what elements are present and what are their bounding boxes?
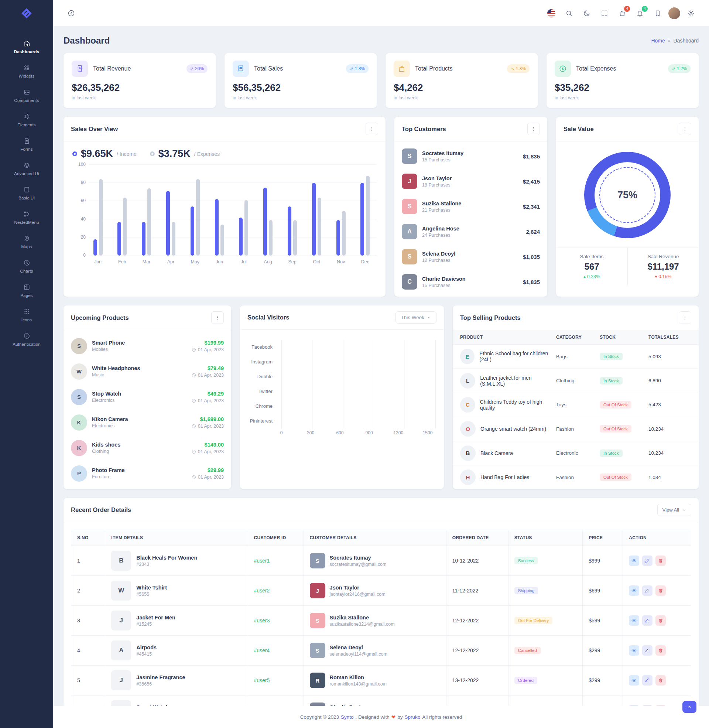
customer-id-link[interactable]: #user1 bbox=[254, 558, 270, 564]
upcoming-product-item[interactable]: S Stop Watch Electronics $49.29 01 Apr, … bbox=[64, 384, 231, 410]
delete-order-button[interactable] bbox=[655, 645, 666, 656]
upcoming-product-item[interactable]: S Smart Phone Mobiles $199.99 01 Apr, 20… bbox=[64, 333, 231, 359]
sales-overview-menu-button[interactable] bbox=[366, 123, 378, 135]
upcoming-product-item[interactable]: W White Headphones Music $79.49 01 Apr, … bbox=[64, 359, 231, 384]
fullscreen-button[interactable] bbox=[598, 6, 611, 20]
customer-list-item[interactable]: S Selena Deoyl 12 Purchases $1,035 bbox=[394, 244, 547, 269]
edit-order-button[interactable] bbox=[642, 615, 652, 626]
edit-order-button[interactable] bbox=[642, 585, 652, 596]
view-order-button[interactable] bbox=[629, 675, 639, 686]
edit-order-button[interactable] bbox=[642, 556, 652, 566]
sidebar-menu: Dashboards Widgets Components Elements F… bbox=[0, 26, 53, 350]
top-customers-menu-button[interactable] bbox=[527, 123, 540, 135]
upcoming-products-menu-button[interactable] bbox=[211, 311, 224, 324]
month-bar-group[interactable] bbox=[359, 176, 372, 255]
sidebar-item[interactable]: NestedMenu bbox=[4, 207, 49, 228]
sidebar-item[interactable]: Authentication bbox=[4, 329, 49, 350]
notifications-button[interactable]: 4 bbox=[633, 6, 647, 20]
settings-button[interactable] bbox=[684, 6, 698, 20]
social-bar-row[interactable]: Twitter bbox=[240, 384, 436, 398]
home-icon bbox=[23, 40, 30, 47]
spruko-link[interactable]: Spruko bbox=[404, 714, 420, 720]
month-bar-group[interactable] bbox=[164, 191, 177, 255]
dark-mode-button[interactable] bbox=[580, 6, 594, 20]
social-bar-row[interactable]: Pininterest bbox=[240, 413, 436, 428]
sidebar-item[interactable]: Dashboards bbox=[4, 36, 49, 58]
top-selling-row[interactable]: O Orange smart watch (24mm) Fashion Out … bbox=[453, 417, 699, 441]
social-visitors-range-select[interactable]: This Week bbox=[395, 311, 436, 324]
month-bar-group[interactable] bbox=[189, 179, 201, 255]
upcoming-product-item[interactable]: P Photo Frame Furniture $29.99 01 Apr, 2… bbox=[64, 461, 231, 486]
delete-order-button[interactable] bbox=[655, 615, 666, 626]
sidebar-item[interactable]: Maps bbox=[4, 231, 49, 252]
main-content: Dashboard Home » Dashboard $ Total Reven… bbox=[53, 26, 709, 728]
top-selling-menu-button[interactable] bbox=[679, 311, 691, 324]
search-button[interactable] bbox=[562, 6, 576, 20]
customer-list-item[interactable]: S Suzika Stallone 21 Purchases $2,341 bbox=[394, 194, 547, 219]
language-flag-button[interactable] bbox=[544, 6, 558, 20]
customer-id-link[interactable]: #user3 bbox=[254, 617, 270, 623]
breadcrumb-home-link[interactable]: Home bbox=[651, 38, 665, 44]
customer-id-link[interactable]: #user2 bbox=[254, 588, 270, 594]
sidebar-item[interactable]: Pages bbox=[4, 280, 49, 301]
sidebar-item[interactable]: Widgets bbox=[4, 61, 49, 82]
sidebar-item[interactable]: Icons bbox=[4, 304, 49, 326]
month-bar-group[interactable] bbox=[262, 188, 274, 256]
edit-order-button[interactable] bbox=[642, 645, 652, 656]
month-bar-group[interactable] bbox=[140, 188, 153, 255]
top-selling-row[interactable]: L Leather jacket for men (S,M,L,XL) Clot… bbox=[453, 369, 699, 392]
customer-list-item[interactable]: S Socrates Itumay 15 Purchases $1,835 bbox=[394, 144, 547, 169]
footer: Copyright © 2023 Synto . Designed with ❤… bbox=[53, 706, 709, 728]
sidebar-item[interactable]: Elements bbox=[4, 109, 49, 131]
app-logo[interactable] bbox=[0, 0, 53, 26]
month-bar-group[interactable] bbox=[92, 179, 104, 255]
customer-purchases: 12 Purchases bbox=[422, 258, 518, 263]
sale-value-menu-button[interactable] bbox=[679, 123, 691, 135]
sidebar-item[interactable]: Basic Ui bbox=[4, 182, 49, 204]
delete-order-button[interactable] bbox=[655, 675, 666, 686]
delete-order-button[interactable] bbox=[655, 585, 666, 596]
scroll-to-top-button[interactable] bbox=[683, 701, 696, 713]
copyright-text: Copyright © 2023 bbox=[300, 714, 339, 720]
month-bar-group[interactable] bbox=[116, 198, 128, 255]
edit-order-button[interactable] bbox=[642, 675, 652, 686]
top-selling-row[interactable]: H Hand Bag For Ladies Fashion Out Of Sto… bbox=[453, 465, 699, 489]
breadcrumb-current: Dashboard bbox=[674, 38, 699, 44]
social-bar-row[interactable]: Instagram bbox=[240, 354, 436, 369]
view-order-button[interactable] bbox=[629, 556, 639, 566]
synto-link[interactable]: Synto bbox=[341, 714, 354, 720]
bookmark-button[interactable] bbox=[651, 6, 665, 20]
view-all-button[interactable]: View All bbox=[657, 504, 691, 516]
user-avatar[interactable] bbox=[668, 7, 680, 19]
top-selling-row[interactable]: B Black Camera Electronic In Stock 10,23… bbox=[453, 441, 699, 465]
upcoming-product-item[interactable]: K Kikon Camera Electronics $1,699.00 01 … bbox=[64, 410, 231, 435]
sidebar-item[interactable]: Forms bbox=[4, 134, 49, 155]
social-bar-row[interactable]: Dribble bbox=[240, 369, 436, 384]
month-bar-group[interactable] bbox=[334, 211, 347, 255]
sidebar-item[interactable]: Charts bbox=[4, 255, 49, 277]
customer-list-item[interactable]: A Angelina Hose 24 Purchases 2,624 bbox=[394, 219, 547, 244]
chevron-down-icon bbox=[427, 315, 431, 320]
clock-icon bbox=[192, 347, 196, 352]
top-selling-row[interactable]: E Ethnic School bag for children (24L) B… bbox=[453, 344, 699, 369]
month-bar-group[interactable] bbox=[238, 200, 250, 255]
view-order-button[interactable] bbox=[629, 645, 639, 656]
customer-id-link[interactable]: #user5 bbox=[254, 677, 270, 683]
month-bar-group[interactable] bbox=[213, 199, 226, 255]
sidebar-toggle-button[interactable] bbox=[64, 6, 78, 20]
view-order-button[interactable] bbox=[629, 615, 639, 626]
month-bar-group[interactable] bbox=[310, 183, 323, 255]
social-bar-row[interactable]: Chrome bbox=[240, 398, 436, 413]
sidebar-item[interactable]: Components bbox=[4, 85, 49, 107]
customer-id-link[interactable]: #user4 bbox=[254, 648, 270, 654]
delete-order-button[interactable] bbox=[655, 556, 666, 566]
customer-list-item[interactable]: C Charlie Davieson 15 Purchases $1,835 bbox=[394, 269, 547, 295]
customer-list-item[interactable]: J Json Taylor 18 Purchases $2,415 bbox=[394, 169, 547, 194]
upcoming-product-item[interactable]: K Kids shoes Clothing $149.00 01 Apr, 20… bbox=[64, 435, 231, 461]
social-bar-row[interactable]: Facebook bbox=[240, 340, 436, 354]
view-order-button[interactable] bbox=[629, 585, 639, 596]
cart-button[interactable]: 4 bbox=[615, 6, 629, 20]
top-selling-row[interactable]: C Childrens Teddy toy of high quality To… bbox=[453, 393, 699, 417]
sidebar-item[interactable]: Advanced Ui bbox=[4, 158, 49, 179]
month-bar-group[interactable] bbox=[286, 206, 299, 255]
